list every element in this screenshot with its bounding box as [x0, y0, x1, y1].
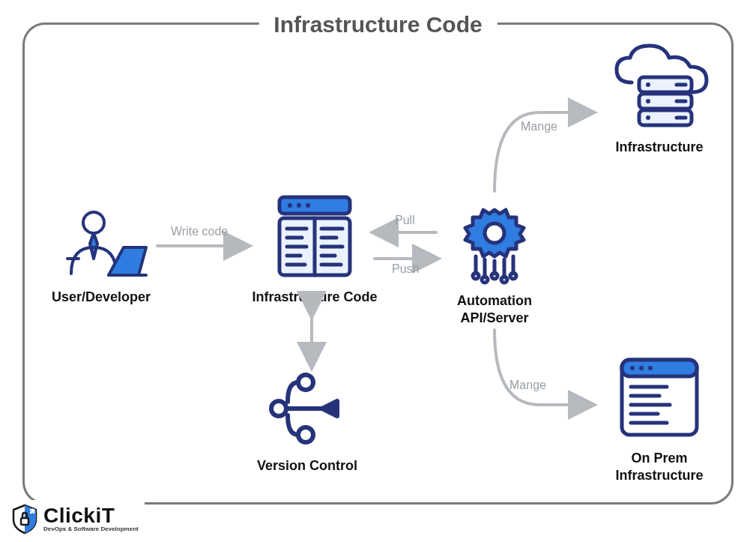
edge-label-pull: Pull [395, 214, 415, 227]
svg-rect-51 [21, 518, 28, 525]
arrows-layer [0, 0, 756, 542]
logo-tagline-text: DevOps & Software Development [43, 526, 139, 532]
shield-lock-icon [10, 503, 39, 535]
edge-label-write-code: Write code [171, 225, 228, 238]
edge-label-push: Push [392, 262, 419, 276]
edge-label-manage-top: Mange [521, 120, 557, 133]
edge-label-manage-bottom: Mange [509, 379, 546, 392]
logo-brand-text: ClickiT [43, 505, 139, 526]
brand-logo: ClickiT DevOps & Software Development [7, 500, 145, 538]
arrow-manage-bottom [495, 330, 592, 405]
